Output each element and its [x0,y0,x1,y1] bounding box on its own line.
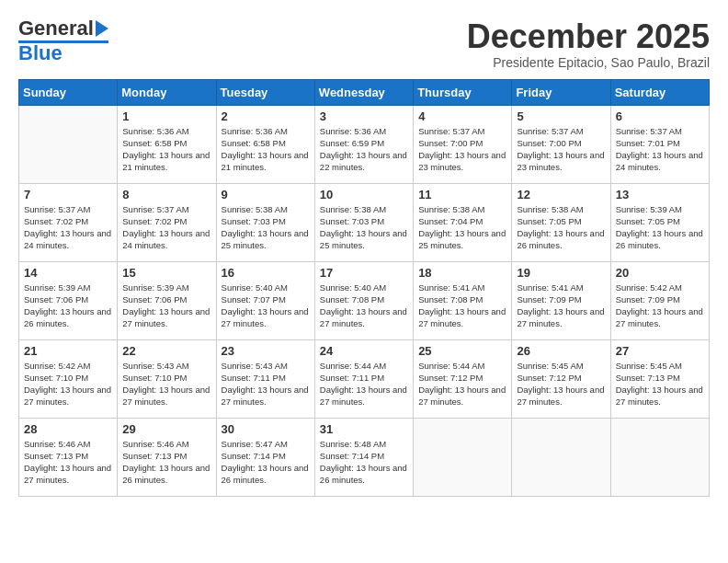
sunrise-time: Sunrise: 5:46 AM [122,439,188,449]
day-info: Sunrise: 5:37 AM Sunset: 7:01 PM Dayligh… [616,125,704,174]
table-row: 27 Sunrise: 5:45 AM Sunset: 7:13 PM Dayl… [610,339,709,418]
sunrise-time: Sunrise: 5:39 AM [616,204,682,214]
sunrise-time: Sunrise: 5:37 AM [122,204,188,214]
table-row: 28 Sunrise: 5:46 AM Sunset: 7:13 PM Dayl… [19,418,118,496]
day-number: 1 [122,109,210,123]
day-info: Sunrise: 5:47 AM Sunset: 7:14 PM Dayligh… [222,438,310,487]
daylight-hours: Daylight: 13 hours and 26 minutes. [122,463,210,485]
table-row [610,418,709,496]
day-number: 12 [517,188,605,201]
day-number: 15 [122,266,210,280]
title-section: December 2025 Presidente Epitacio, Sao P… [467,18,710,70]
table-row: 10 Sunrise: 5:38 AM Sunset: 7:03 PM Dayl… [314,183,413,261]
table-row [19,105,118,183]
sunset-time: Sunset: 7:01 PM [616,138,680,148]
sunset-time: Sunset: 7:08 PM [418,294,483,304]
table-row: 8 Sunrise: 5:37 AM Sunset: 7:02 PM Dayli… [118,183,216,261]
sunset-time: Sunset: 7:05 PM [616,216,680,226]
sunrise-time: Sunrise: 5:40 AM [222,282,288,293]
day-info: Sunrise: 5:45 AM Sunset: 7:13 PM Dayligh… [616,360,704,408]
sunset-time: Sunset: 7:12 PM [418,373,483,383]
day-number: 11 [418,188,506,201]
header-row: Sunday Monday Tuesday Wednesday Thursday… [19,79,710,105]
sunrise-time: Sunrise: 5:38 AM [320,204,386,214]
sunset-time: Sunset: 6:59 PM [320,138,384,148]
sunset-time: Sunset: 6:58 PM [122,138,187,148]
logo-general: General [18,18,94,39]
day-info: Sunrise: 5:41 AM Sunset: 7:08 PM Dayligh… [418,282,506,330]
table-row: 12 Sunrise: 5:38 AM Sunset: 7:05 PM Dayl… [512,183,610,261]
sunset-time: Sunset: 6:58 PM [222,138,286,148]
table-row: 2 Sunrise: 5:36 AM Sunset: 6:58 PM Dayli… [216,105,314,183]
sunset-time: Sunset: 7:08 PM [320,294,384,304]
sunrise-time: Sunrise: 5:36 AM [122,126,188,136]
sunset-time: Sunset: 7:05 PM [517,216,581,226]
day-info: Sunrise: 5:42 AM Sunset: 7:09 PM Dayligh… [616,282,704,330]
col-tuesday: Tuesday [216,79,314,105]
day-info: Sunrise: 5:37 AM Sunset: 7:02 PM Dayligh… [24,203,112,252]
day-number: 4 [418,109,506,123]
day-number: 24 [320,344,408,358]
day-number: 10 [320,188,408,201]
sunrise-time: Sunrise: 5:39 AM [24,282,90,293]
col-wednesday: Wednesday [314,79,413,105]
col-monday: Monday [118,79,216,105]
day-info: Sunrise: 5:41 AM Sunset: 7:09 PM Dayligh… [517,282,605,330]
col-thursday: Thursday [414,79,512,105]
table-row: 9 Sunrise: 5:38 AM Sunset: 7:03 PM Dayli… [216,183,314,261]
table-row: 5 Sunrise: 5:37 AM Sunset: 7:00 PM Dayli… [512,105,610,183]
day-info: Sunrise: 5:40 AM Sunset: 7:07 PM Dayligh… [222,282,310,330]
day-info: Sunrise: 5:36 AM Sunset: 6:58 PM Dayligh… [222,125,310,174]
day-number: 23 [222,344,310,358]
page-header: General Blue December 2025 Presidente Ep… [18,18,710,70]
sunrise-time: Sunrise: 5:37 AM [517,126,583,136]
sunrise-time: Sunrise: 5:45 AM [616,361,682,371]
table-row: 7 Sunrise: 5:37 AM Sunset: 7:02 PM Dayli… [19,183,118,261]
sunset-time: Sunset: 7:14 PM [222,451,286,461]
day-info: Sunrise: 5:38 AM Sunset: 7:05 PM Dayligh… [517,203,605,252]
day-info: Sunrise: 5:36 AM Sunset: 6:58 PM Dayligh… [122,125,210,174]
col-friday: Friday [512,79,610,105]
sunset-time: Sunset: 7:11 PM [320,373,384,383]
logo: General Blue [18,18,108,63]
day-number: 28 [24,422,112,436]
daylight-hours: Daylight: 13 hours and 24 minutes. [616,150,703,172]
sunrise-time: Sunrise: 5:47 AM [222,439,288,449]
day-info: Sunrise: 5:48 AM Sunset: 7:14 PM Dayligh… [320,438,408,487]
table-row: 16 Sunrise: 5:40 AM Sunset: 7:07 PM Dayl… [216,261,314,339]
day-number: 19 [517,266,605,280]
sunrise-time: Sunrise: 5:37 AM [616,126,682,136]
table-row: 13 Sunrise: 5:39 AM Sunset: 7:05 PM Dayl… [610,183,709,261]
table-row: 3 Sunrise: 5:36 AM Sunset: 6:59 PM Dayli… [314,105,413,183]
daylight-hours: Daylight: 13 hours and 27 minutes. [222,385,309,407]
day-number: 27 [616,344,704,358]
month-title: December 2025 [467,18,710,55]
sunrise-time: Sunrise: 5:38 AM [418,204,484,214]
col-saturday: Saturday [610,79,709,105]
sunrise-time: Sunrise: 5:37 AM [24,204,90,214]
day-number: 25 [418,344,506,358]
day-number: 29 [122,422,210,436]
day-number: 17 [320,266,408,280]
daylight-hours: Daylight: 13 hours and 27 minutes. [517,385,604,407]
day-number: 26 [517,344,605,358]
day-info: Sunrise: 5:38 AM Sunset: 7:03 PM Dayligh… [320,203,408,252]
daylight-hours: Daylight: 13 hours and 27 minutes. [418,306,506,328]
table-row: 23 Sunrise: 5:43 AM Sunset: 7:11 PM Dayl… [216,339,314,418]
daylight-hours: Daylight: 13 hours and 27 minutes. [320,306,407,328]
daylight-hours: Daylight: 13 hours and 27 minutes. [517,306,604,328]
table-row: 31 Sunrise: 5:48 AM Sunset: 7:14 PM Dayl… [314,418,413,496]
sunrise-time: Sunrise: 5:44 AM [418,361,484,371]
sunrise-time: Sunrise: 5:43 AM [122,361,188,371]
sunset-time: Sunset: 7:09 PM [616,294,680,304]
day-info: Sunrise: 5:42 AM Sunset: 7:10 PM Dayligh… [24,360,112,408]
day-number: 7 [24,188,112,201]
sunset-time: Sunset: 7:13 PM [24,451,88,461]
calendar-table: Sunday Monday Tuesday Wednesday Thursday… [18,79,710,497]
day-number: 20 [616,266,704,280]
table-row: 22 Sunrise: 5:43 AM Sunset: 7:10 PM Dayl… [118,339,216,418]
table-row: 11 Sunrise: 5:38 AM Sunset: 7:04 PM Dayl… [414,183,512,261]
sunset-time: Sunset: 7:02 PM [122,216,187,226]
table-row: 4 Sunrise: 5:37 AM Sunset: 7:00 PM Dayli… [414,105,512,183]
table-row: 30 Sunrise: 5:47 AM Sunset: 7:14 PM Dayl… [216,418,314,496]
